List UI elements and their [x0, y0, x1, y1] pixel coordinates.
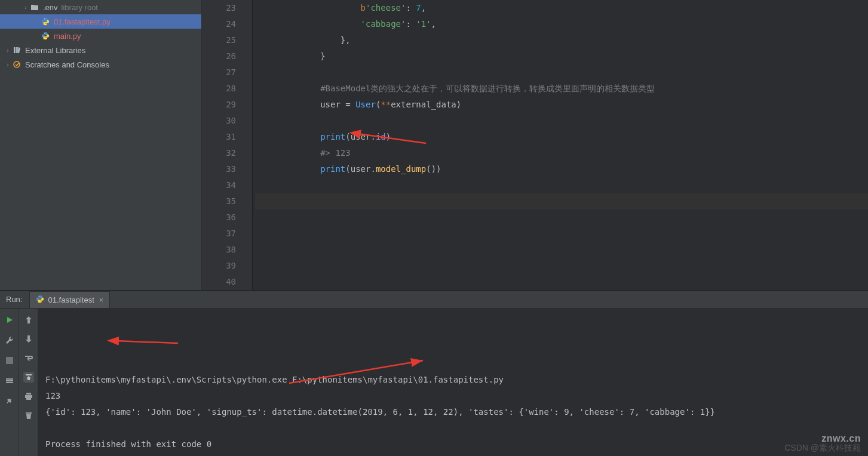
line-number: 25	[202, 32, 247, 48]
tree-item-suffix: library root	[62, 3, 98, 12]
code-line[interactable]	[255, 226, 868, 242]
code-line[interactable]	[255, 274, 868, 290]
line-number: 26	[202, 48, 247, 64]
code-line[interactable]: print(user.model_dump())	[255, 161, 868, 177]
tree-item-label: main.py	[54, 32, 81, 41]
code-line[interactable]: b'cheese': 7,	[255, 0, 868, 16]
run-panel-header: Run: 01.fastapitest ×	[0, 291, 868, 309]
line-number: 38	[202, 242, 247, 258]
console-line	[45, 420, 861, 436]
line-number: 28	[202, 81, 247, 97]
code-line[interactable]	[255, 113, 868, 129]
project-sidebar[interactable]: ›.envlibrary root01.fastapitest.pymain.p…	[0, 0, 202, 290]
code-line[interactable]: user = User(**external_data)	[255, 97, 868, 113]
delete-icon[interactable]	[23, 410, 34, 421]
editor-code-area[interactable]: b'cheese': 7, 'cabbage': '1', }, } #Base…	[253, 0, 868, 290]
scroll-to-end-icon[interactable]	[23, 372, 34, 383]
line-number: 35	[202, 193, 247, 209]
svg-point-0	[44, 19, 45, 19]
line-number: 39	[202, 258, 247, 274]
tree-item[interactable]: main.py	[0, 29, 201, 43]
code-line[interactable]	[255, 258, 868, 274]
tree-item[interactable]: ›Scratches and Consoles	[0, 57, 201, 72]
code-line[interactable]	[255, 64, 868, 81]
chevron-right-icon[interactable]: ›	[22, 4, 30, 11]
code-line[interactable]: }	[255, 48, 868, 64]
line-number: 29	[202, 97, 247, 113]
line-number: 37	[202, 226, 247, 242]
svg-point-3	[46, 38, 47, 39]
tree-item[interactable]: 01.fastapitest.py	[0, 14, 201, 29]
svg-point-1	[46, 24, 47, 24]
python-icon	[36, 295, 44, 305]
editor-gutter: 232425262728293031323334353637383940	[202, 0, 247, 290]
svg-point-4	[14, 61, 20, 67]
line-number: 33	[202, 161, 247, 177]
line-number: 32	[202, 145, 247, 161]
console-line: Process finished with exit code 0	[45, 436, 861, 452]
chevron-right-icon[interactable]: ›	[4, 47, 12, 54]
folder-icon	[30, 2, 39, 12]
line-number: 30	[202, 113, 247, 129]
python-icon	[41, 17, 50, 26]
tree-item[interactable]: ›External Libraries	[0, 43, 201, 57]
scratch-icon	[12, 60, 22, 69]
run-tool-column-left	[0, 309, 19, 456]
console-line: 123	[45, 388, 861, 404]
soft-wrap-icon[interactable]	[23, 353, 34, 363]
code-line[interactable]: },	[255, 32, 868, 48]
tree-item-label: Scratches and Consoles	[25, 60, 109, 69]
layout-icon[interactable]	[4, 375, 15, 386]
tree-item[interactable]: ›.envlibrary root	[0, 0, 201, 14]
line-number: 34	[202, 177, 247, 193]
svg-rect-8	[6, 357, 13, 364]
code-line[interactable]: print(user.id)	[255, 129, 868, 145]
console-line: F:\pythonitems\myfastapi\.env\Scripts\py…	[45, 372, 861, 388]
editor-fold-gutter	[247, 0, 253, 290]
line-number: 27	[202, 64, 247, 81]
stop-button[interactable]	[4, 355, 15, 366]
line-number: 23	[202, 0, 247, 16]
code-line[interactable]	[255, 209, 868, 226]
wrench-icon[interactable]	[4, 335, 15, 346]
code-line[interactable]	[255, 242, 868, 258]
svg-point-6	[39, 296, 39, 297]
code-editor[interactable]: 232425262728293031323334353637383940 b'c…	[202, 0, 868, 290]
run-panel: Run: 01.fastapitest ×	[0, 290, 868, 456]
pin-icon[interactable]	[4, 396, 15, 406]
tree-item-label: 01.fastapitest.py	[54, 17, 111, 26]
tree-item-label: .env	[43, 3, 58, 12]
svg-point-2	[44, 33, 45, 33]
print-icon[interactable]	[23, 391, 34, 402]
annotation-arrow	[62, 328, 184, 361]
console-output[interactable]: F:\pythonitems\myfastapi\.env\Scripts\py…	[38, 309, 868, 456]
code-line[interactable]	[255, 177, 868, 193]
line-number: 31	[202, 129, 247, 145]
run-tab[interactable]: 01.fastapitest ×	[29, 291, 110, 308]
line-number: 40	[202, 274, 247, 290]
console-line: {'id': 123, 'name': 'John Doe', 'signup_…	[45, 404, 861, 420]
python-icon	[41, 31, 50, 41]
run-tab-label: 01.fastapitest	[48, 295, 94, 304]
code-line[interactable]: #> 123	[255, 145, 868, 161]
code-line[interactable]	[255, 193, 868, 209]
down-arrow-icon[interactable]	[23, 334, 34, 344]
code-line[interactable]: 'cabbage': '1',	[255, 16, 868, 32]
run-label: Run:	[0, 295, 28, 304]
rerun-button[interactable]	[4, 315, 15, 325]
watermark: CSDN @素火科技苑	[784, 443, 861, 454]
chevron-right-icon[interactable]: ›	[4, 61, 12, 68]
code-line[interactable]: #BaseModel类的强大之处在于，可以将数据进行转换，转换成类里面声明的相关…	[255, 81, 868, 97]
line-number: 36	[202, 209, 247, 226]
close-icon[interactable]: ×	[99, 295, 104, 304]
svg-line-9	[116, 341, 178, 343]
svg-point-7	[41, 301, 42, 301]
line-number: 24	[202, 16, 247, 32]
library-icon	[12, 45, 22, 55]
tree-item-label: External Libraries	[25, 46, 85, 55]
up-arrow-icon[interactable]	[23, 315, 34, 325]
run-tool-column-right	[19, 309, 38, 456]
